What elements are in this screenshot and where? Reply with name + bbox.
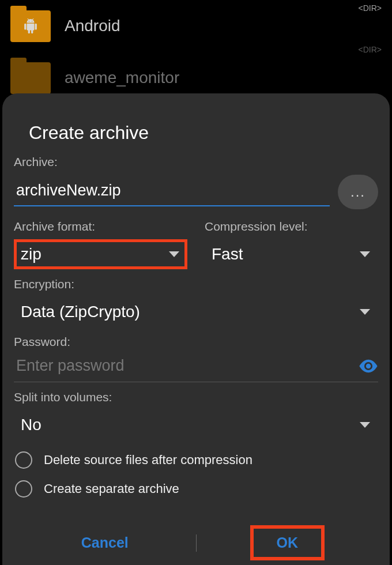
password-input[interactable]	[14, 355, 359, 377]
split-label: Split into volumes:	[14, 390, 378, 404]
archive-name-input[interactable]	[14, 178, 330, 206]
radio-label: Create separate archive	[44, 481, 179, 496]
encryption-label: Encryption:	[14, 277, 378, 291]
radio-icon	[15, 451, 32, 469]
dropdown-value: Data (ZipCrypto)	[21, 303, 140, 321]
ellipsis-icon: ...	[350, 184, 365, 200]
compression-level-dropdown[interactable]: Fast	[205, 239, 378, 269]
archive-label: Archive:	[14, 155, 378, 169]
folder-icon	[10, 10, 51, 42]
archive-format-dropdown[interactable]: zip	[14, 239, 187, 269]
ok-button[interactable]: OK	[197, 517, 379, 565]
chevron-down-icon	[360, 422, 370, 428]
radio-label: Delete source files after compression	[44, 453, 252, 468]
chevron-down-icon	[169, 251, 179, 257]
dir-tag: <DIR>	[359, 45, 382, 54]
password-label: Password:	[14, 335, 378, 349]
split-volumes-dropdown[interactable]: No	[14, 410, 378, 440]
create-archive-dialog: Create archive Archive: ... Archive form…	[2, 93, 390, 565]
eye-icon[interactable]	[359, 359, 378, 373]
chevron-down-icon	[360, 309, 370, 315]
background-file-list: <DIR> Android aweme_monitor <DIR>	[0, 0, 392, 104]
create-separate-archive-radio[interactable]: Create separate archive	[14, 474, 378, 503]
file-name: aweme_monitor	[65, 69, 179, 87]
cancel-button[interactable]: Cancel	[14, 525, 196, 560]
delete-source-radio[interactable]: Delete source files after compression	[14, 446, 378, 474]
radio-icon	[15, 480, 32, 498]
dialog-title: Create archive	[29, 122, 378, 144]
list-item[interactable]: Android	[0, 0, 392, 52]
compression-label: Compression level:	[205, 220, 378, 233]
folder-icon	[10, 62, 51, 94]
file-name: Android	[65, 17, 120, 35]
dropdown-value: No	[21, 416, 42, 434]
chevron-down-icon	[360, 251, 370, 257]
format-label: Archive format:	[14, 220, 187, 233]
android-icon	[23, 17, 38, 35]
dropdown-value: zip	[21, 245, 42, 263]
browse-button[interactable]: ...	[338, 175, 378, 209]
encryption-dropdown[interactable]: Data (ZipCrypto)	[14, 297, 378, 327]
dropdown-value: Fast	[212, 245, 243, 263]
